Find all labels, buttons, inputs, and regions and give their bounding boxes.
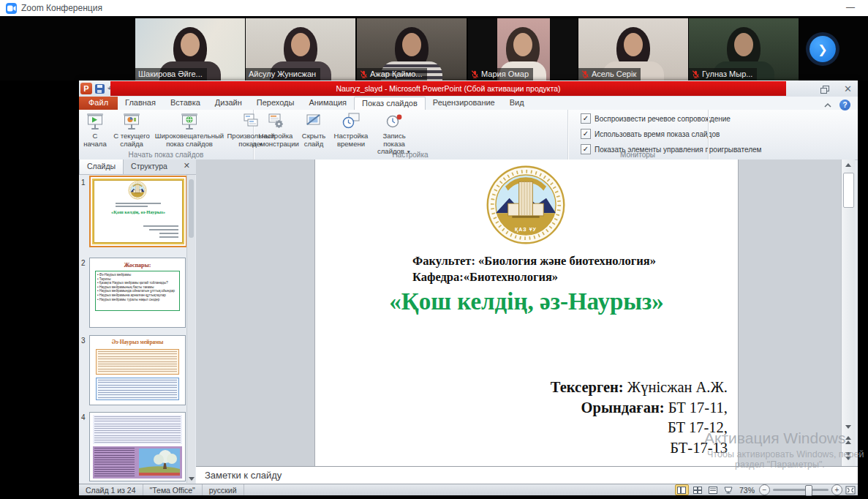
tab-slides[interactable]: Слайды [79, 160, 124, 174]
zoom-slider-handle[interactable] [805, 485, 812, 496]
group-label: Начать показ слайдов [79, 151, 253, 159]
muted-mic-icon [360, 70, 368, 78]
group-label: Мониторы [567, 151, 708, 159]
ppt-titlebar: P ↶ ↻ ▾ Nauryz_slayd - Microsoft PowerPo… [79, 80, 858, 97]
muted-mic-icon [581, 70, 589, 78]
participant-nametag: Гулназ Мыр... [689, 68, 757, 80]
previous-slide-button[interactable] [842, 435, 855, 446]
hide-slide-button[interactable]: Скрыть слайд [297, 111, 331, 157]
reading-view-button[interactable] [707, 485, 720, 495]
language[interactable]: русский [203, 484, 244, 495]
participant-video[interactable]: Айсулу Жунисжан [246, 18, 355, 80]
tab-dizayn[interactable]: Дизайн [208, 97, 249, 110]
participant-video[interactable]: Гулназ Мыр... [689, 18, 799, 80]
slide-gear-icon [266, 112, 285, 131]
gallery-next-button[interactable]: ❯ [809, 36, 836, 62]
broadcast-slideshow-button[interactable]: Широковещательный показ слайдов [154, 111, 225, 149]
university-logo: ҚАЗ ҰУ [485, 164, 567, 246]
slide-title: «Қош келдің, әз-Наурыз» [315, 288, 738, 315]
powerpoint-window: P ↶ ↻ ▾ Nauryz_slayd - Microsoft PowerPo… [79, 80, 858, 495]
participant-nametag: Айсулу Жунисжан [246, 68, 320, 80]
ribbon: С начала С текущего слайда Широковещател… [79, 110, 858, 160]
restore-icon[interactable] [820, 86, 828, 92]
help-icon[interactable]: ? [839, 100, 850, 110]
tab-vid[interactable]: Вид [502, 97, 532, 110]
zoom-in-button[interactable]: + [831, 484, 842, 495]
record-slideshow-button[interactable]: Запись показа слайдов ▼ [371, 111, 417, 157]
participant-nametag: Ажар Қаймо... [357, 68, 427, 80]
credits-text: Тексерген: Жүнісжан А.Ж. Орындаған: БТ 1… [551, 378, 728, 458]
theme-name[interactable]: "Тема Office" [143, 484, 203, 495]
window-title: Nauryz_slayd - Microsoft PowerPoint (Сбо… [336, 84, 560, 93]
collapse-ribbon-icon[interactable] [823, 102, 832, 108]
slide-thumbnail-1[interactable]: «Қош келдің, әз-Наурыз» [89, 176, 187, 247]
faculty-text: Факультет: «Биология және биотехнология»… [412, 253, 656, 285]
panel-scrollbar[interactable] [186, 175, 195, 483]
normal-view-button[interactable] [675, 484, 689, 495]
status-bar: Слайд 1 из 24 "Тема Office" русский 73% … [79, 484, 858, 495]
zoom-window-title: Zoom Конференция [21, 3, 102, 13]
slides-panel: Слайды Структура ✕ 1 «Қош келдің, әз-Нау… [79, 160, 197, 484]
tab-perekhody[interactable]: Переходы [249, 97, 302, 110]
scroll-down-icon[interactable] [842, 421, 855, 432]
participant-video[interactable]: Мария Омар [468, 18, 578, 80]
slideshow-view-button[interactable] [722, 485, 735, 495]
scroll-up-icon[interactable] [842, 160, 855, 170]
record-clock-icon [385, 112, 404, 131]
zoom-slider[interactable] [773, 489, 829, 491]
notes-pane[interactable]: Заметки к слайду [196, 466, 858, 484]
zoom-out-button[interactable]: − [759, 484, 770, 495]
slide-canvas[interactable]: ҚАЗ ҰУ Факультет: «Биология және биотехн… [314, 160, 739, 466]
participant-video[interactable]: Шакирова Әйге... [135, 18, 245, 80]
slide-thumbnail-2[interactable]: Жоспары: Әз-Наурыз мейрамы Тарихы Қазақт… [89, 258, 186, 328]
slide-sorter-view-button[interactable] [692, 485, 704, 495]
group-setup: Настройка демонстрации Скрыть слайд Наст… [253, 110, 568, 160]
panel-close-icon[interactable]: ✕ [184, 160, 196, 174]
tab-glavnaya[interactable]: Главная [118, 97, 163, 110]
clock-icon [341, 112, 361, 131]
minimize-icon[interactable]: — [843, 0, 858, 15]
hidden-slide-icon [304, 112, 323, 131]
close-icon[interactable]: ✕ [844, 84, 852, 94]
slide-number: 2 [81, 259, 86, 267]
zoom-camera-icon [6, 3, 17, 14]
slide-scrollbar[interactable] [841, 160, 855, 466]
logo-mini [128, 181, 147, 200]
setup-slideshow-button[interactable]: Настройка демонстрации [254, 111, 297, 157]
logo-caption: ҚАЗ ҰУ [485, 227, 567, 232]
group-start-slideshow: С начала С текущего слайда Широковещател… [79, 110, 254, 160]
muted-mic-icon [471, 70, 479, 78]
participant-nametag: Мария Омар [468, 68, 533, 80]
scrollbar-thumb[interactable] [843, 173, 854, 208]
participant-nametag: Асель Серік [578, 68, 641, 80]
tab-file[interactable]: Файл [79, 97, 118, 110]
from-current-slide-button[interactable]: С текущего слайда [110, 111, 154, 149]
powerpoint-logo-icon[interactable]: P [80, 83, 92, 94]
next-slide-button[interactable] [842, 451, 855, 462]
fit-to-window-button[interactable] [845, 486, 856, 495]
rehearse-timings-button[interactable]: Настройка времени [331, 111, 371, 157]
tab-pokaz-slaydov[interactable]: Показ слайдов [354, 97, 426, 110]
ribbon-tabs: Файл Главная Вставка Дизайн Переходы Ани… [79, 97, 858, 110]
tab-animatsiya[interactable]: Анимация [301, 97, 354, 110]
save-icon[interactable] [95, 84, 105, 94]
tab-retsenzirovanie[interactable]: Рецензирование [426, 97, 502, 110]
from-beginning-button[interactable]: С начала [80, 111, 110, 149]
zoom-level: 73% [739, 486, 755, 495]
slide-editing-pane: ҚАЗ ҰУ Факультет: «Биология және биотехн… [196, 160, 841, 466]
participants-strip: Шакирова Әйге... Айсулу Жунисжан Ажар Қа… [0, 16, 868, 80]
blossom-tree-image [139, 449, 180, 473]
participant-nametag: Шакирова Әйге... [135, 68, 207, 80]
tab-vstavka[interactable]: Вставка [163, 97, 208, 110]
slide-counter: Слайд 1 из 24 [79, 484, 143, 495]
tab-outline[interactable]: Структура [124, 160, 175, 174]
window-title-band: Nauryz_slayd - Microsoft PowerPoint (Сбо… [110, 81, 786, 96]
participant-video[interactable]: Ажар Қаймо... [357, 18, 467, 80]
notes-placeholder: Заметки к слайду [205, 470, 282, 481]
scroll-down-icon[interactable] [189, 477, 195, 481]
slide-thumbnail-3[interactable]: Әз-Наурыз мейрамы [89, 335, 186, 405]
slide-thumbnail-4[interactable] [89, 412, 186, 481]
participant-video[interactable]: Асель Серік [578, 18, 688, 80]
group-monitors: Разрешение: Использовать текуще.. Показа… [567, 110, 709, 160]
slide-number: 3 [81, 337, 86, 345]
